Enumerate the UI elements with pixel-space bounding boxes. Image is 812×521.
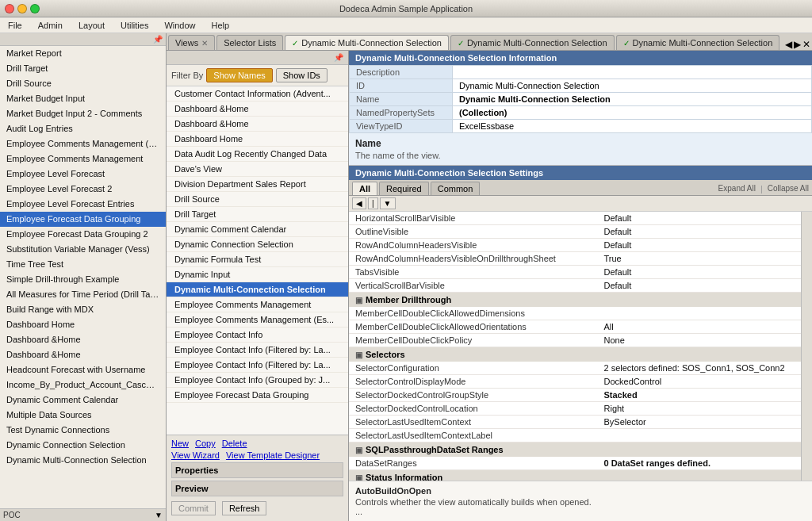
settings-value-sel-location[interactable]: Right	[598, 402, 802, 416]
sidebar-item[interactable]: Multiple Data Sources	[0, 408, 166, 423]
menu-admin[interactable]: Admin	[33, 19, 67, 32]
settings-value-sel-display[interactable]: DockedControl	[598, 375, 802, 389]
properties-section[interactable]: Properties	[171, 462, 343, 478]
sidebar-item[interactable]: Substitution Variable Manager (Vess)	[0, 242, 166, 257]
views-list-item[interactable]: Dashboard &Home	[167, 117, 348, 132]
settings-tool-btn-2[interactable]: |	[368, 197, 378, 209]
sidebar-item[interactable]: Dashboard &Home	[0, 347, 166, 362]
settings-tab-required[interactable]: Required	[379, 182, 429, 195]
sidebar-item[interactable]: Market Budget Input	[0, 91, 166, 106]
settings-scrollbar[interactable]	[801, 212, 812, 481]
minimize-button[interactable]	[17, 4, 27, 13]
sidebar-item[interactable]: Dynamic Multi-Connection Selection	[0, 453, 166, 468]
tab-4[interactable]: ✓Dynamic Multi-Connection Selection	[616, 35, 780, 50]
sidebar-item[interactable]: Headcount Forecast with Username	[0, 362, 166, 377]
menu-layout[interactable]: Layout	[74, 19, 109, 32]
sidebar-item[interactable]: Income_By_Product_Account_Cascade	[0, 377, 166, 393]
views-list-item[interactable]: Dynamic Input	[167, 267, 348, 282]
tab-nav-next-icon[interactable]: ▶	[794, 39, 801, 50]
settings-value-rowcol[interactable]: Default	[598, 239, 802, 252]
sidebar-item[interactable]: Employee Comments Management (Es...	[0, 136, 166, 151]
member-drillthrough-section[interactable]: ▣ Member Drillthrough	[349, 293, 801, 307]
sidebar-item[interactable]: Simple Drill-through Example	[0, 272, 166, 287]
views-list-item[interactable]: Employee Comments Management	[167, 297, 348, 312]
settings-collapse-all[interactable]: Collapse All	[768, 184, 809, 193]
sidebar-item[interactable]: Employee Level Forecast 2	[0, 182, 166, 197]
sidebar-item[interactable]: Audit Log Entries	[0, 121, 166, 136]
sidebar-item[interactable]: Dynamic Comment Calendar	[0, 393, 166, 408]
views-list-item[interactable]: Dynamic Connection Selection	[167, 237, 348, 252]
views-list-item[interactable]: Dave's View	[167, 162, 348, 177]
menu-utilities[interactable]: Utilities	[116, 19, 153, 32]
sidebar-item[interactable]: All Measures for Time Period (Drill Tar.…	[0, 287, 166, 302]
views-list-item[interactable]: Data Audit Log Recently Changed Data	[167, 147, 348, 162]
menu-file[interactable]: File	[3, 19, 27, 32]
settings-value-dataset[interactable]: 0 DataSet ranges defined.	[598, 457, 802, 470]
sidebar-item[interactable]: Dynamic Connection Selection	[0, 438, 166, 453]
selectors-section[interactable]: ▣ Selectors	[349, 347, 801, 362]
window-controls[interactable]	[5, 4, 40, 13]
tab-nav-prev-icon[interactable]: ◀	[785, 39, 792, 50]
settings-value-sel-group-style[interactable]: Stacked	[598, 389, 802, 402]
tab-0[interactable]: Views ✕	[168, 35, 215, 50]
sidebar-item[interactable]: Time Tree Test	[0, 257, 166, 272]
sidebar-item[interactable]: Employee Forecast Data Grouping 2	[0, 227, 166, 242]
menu-window[interactable]: Window	[159, 19, 200, 32]
sidebar-item[interactable]: Build Range with MDX	[0, 302, 166, 317]
settings-tool-btn-1[interactable]: ◀	[352, 197, 366, 209]
sidebar-item[interactable]: Market Report	[0, 46, 166, 61]
sidebar-item[interactable]: Market Budget Input 2 - Comments	[0, 106, 166, 121]
settings-value-memcell-orient[interactable]: All	[598, 320, 802, 334]
views-list-item[interactable]: Dynamic Formula Test	[167, 252, 348, 267]
settings-value-sel-last-ctx-label[interactable]	[598, 429, 802, 442]
views-list-item[interactable]: Employee Contact Info (Filtered by: La..…	[167, 358, 348, 373]
views-list-item[interactable]: Employee Comments Management (Es...	[167, 312, 348, 328]
sidebar-footer-arrow-icon[interactable]: ▼	[155, 511, 163, 519]
views-pin-icon[interactable]: 📌	[334, 53, 343, 62]
views-list-item[interactable]: Drill Source	[167, 192, 348, 207]
new-link[interactable]: New	[171, 439, 189, 448]
commit-button[interactable]: Commit	[171, 501, 216, 515]
views-list-item[interactable]: Dynamic Multi-Connection Selection	[167, 282, 348, 297]
sidebar-item[interactable]: Employee Forecast Data Grouping	[0, 212, 166, 227]
delete-link[interactable]: Delete	[222, 439, 247, 448]
views-list-item[interactable]: Employee Contact Info	[167, 328, 348, 343]
settings-value-memcell-policy[interactable]: None	[598, 334, 802, 347]
settings-value-vscroll[interactable]: Default	[598, 279, 802, 293]
settings-value-sel-config[interactable]: 2 selectors defined: SOS_Conn1, SOS_Conn…	[598, 362, 802, 375]
views-list-item[interactable]: Dynamic Comment Calendar	[167, 222, 348, 237]
views-list-item[interactable]: Employee Forecast Data Grouping	[167, 388, 348, 403]
settings-value-rowcol-drill[interactable]: True	[598, 252, 802, 266]
settings-expand-all[interactable]: Expand All	[718, 184, 756, 193]
settings-tab-common[interactable]: Common	[431, 182, 481, 195]
view-wizard-link[interactable]: View Wizard	[171, 450, 220, 460]
sidebar-item[interactable]: Drill Target	[0, 61, 166, 76]
views-list-item[interactable]: Division Department Sales Report	[167, 177, 348, 192]
settings-value-sel-last-ctx[interactable]: BySelector	[598, 416, 802, 429]
sqlpass-section[interactable]: ▣ SQLPassthroughDataSet Ranges	[349, 442, 801, 457]
sidebar-item[interactable]: Employee Level Forecast	[0, 167, 166, 182]
sidebar-item[interactable]: Drill Source	[0, 76, 166, 91]
close-button[interactable]	[5, 4, 14, 13]
tab-nav-close-icon[interactable]: ✕	[802, 39, 810, 50]
show-ids-button[interactable]: Show IDs	[276, 68, 327, 82]
view-template-designer-link[interactable]: View Template Designer	[226, 450, 320, 460]
sidebar-item[interactable]: Employee Level Forecast Entries	[0, 197, 166, 212]
tab-2[interactable]: ✓Dynamic Multi-Connection Selection	[285, 35, 449, 50]
settings-value-hscroll[interactable]: Default	[598, 212, 802, 225]
sidebar-item[interactable]: Dashboard Home	[0, 317, 166, 332]
preview-section[interactable]: Preview	[171, 481, 343, 496]
views-list-item[interactable]: Drill Target	[167, 207, 348, 222]
sidebar-item[interactable]: Test Dynamic Connections	[0, 423, 166, 438]
settings-value-tabs[interactable]: Default	[598, 266, 802, 279]
maximize-button[interactable]	[30, 4, 40, 13]
tab-1[interactable]: Selector Lists	[216, 35, 283, 50]
views-list-item[interactable]: Dashboard Home	[167, 132, 348, 147]
settings-tool-btn-3[interactable]: ▼	[380, 197, 396, 209]
settings-value-memcell-dim[interactable]	[598, 307, 802, 320]
refresh-button[interactable]: Refresh	[222, 501, 267, 515]
settings-tab-all[interactable]: All	[352, 182, 377, 195]
settings-value-outline[interactable]: Default	[598, 225, 802, 239]
menu-help[interactable]: Help	[207, 19, 235, 32]
sidebar-item[interactable]: Employee Comments Management	[0, 151, 166, 167]
